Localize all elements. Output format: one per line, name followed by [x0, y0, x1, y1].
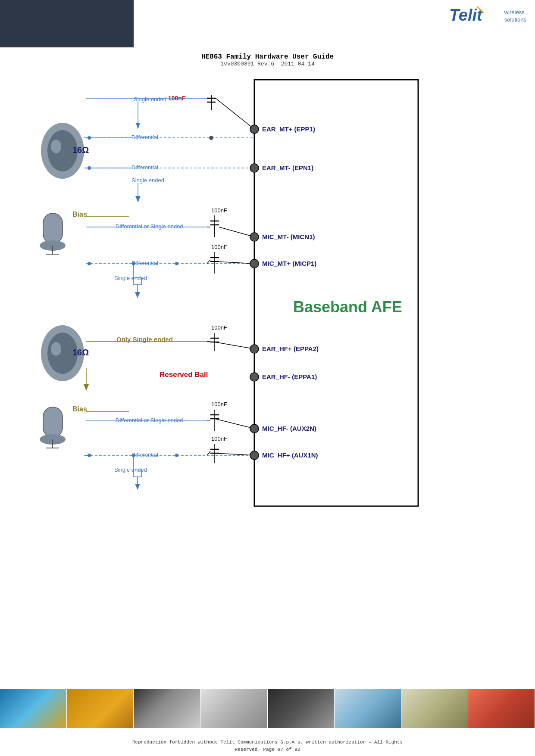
svg-marker-61 — [84, 384, 89, 391]
svg-point-59 — [250, 345, 259, 353]
header-logo-area: Telit wirelesssolutions — [134, 0, 535, 47]
header-dark-panel — [0, 0, 134, 47]
mic-hf-minus-label: MIC_HF- (AUX2N) — [262, 425, 316, 432]
footer-img-7 — [401, 689, 468, 728]
footer-img-3 — [134, 689, 200, 728]
single-ended-label-top: Single ended — [134, 96, 166, 103]
doc-title: HE863 Family Hardware User Guide — [0, 53, 535, 61]
svg-point-62 — [250, 373, 259, 381]
diff-mid-label: Differential — [131, 164, 158, 171]
diff-or-single-top: Differential or Single ended — [116, 223, 183, 230]
doc-subtitle: 1vv0300891 Rev.6- 2011-04-14 — [0, 61, 535, 67]
svg-point-14 — [250, 125, 259, 134]
cap-mic-mt-plus: 100nF — [211, 244, 227, 250]
single-ended-2: Single ended — [131, 177, 164, 184]
svg-line-13 — [216, 98, 254, 129]
ear-hf-minus-label: EAR_HF- (EPPA1) — [262, 373, 317, 380]
reserved-ball-label: Reserved Ball — [160, 370, 208, 379]
svg-point-52 — [51, 342, 61, 356]
svg-rect-2 — [254, 80, 418, 506]
title-section: HE863 Family Hardware User Guide 1vv0300… — [0, 50, 535, 69]
svg-rect-23 — [43, 213, 63, 243]
svg-point-83 — [250, 451, 259, 460]
svg-point-5 — [51, 140, 61, 153]
svg-marker-22 — [135, 196, 141, 202]
footer-img-1 — [0, 689, 67, 728]
logo-text: wirelesssolutions — [504, 9, 526, 24]
svg-line-82 — [207, 451, 210, 455]
svg-line-43 — [207, 260, 210, 264]
ohm-16-bot: 16Ω — [72, 348, 89, 357]
svg-point-44 — [250, 259, 259, 268]
svg-marker-86 — [135, 484, 140, 490]
footer-img-6 — [335, 689, 401, 728]
svg-line-72 — [215, 419, 254, 429]
footer-line2: Reserved. Page 67 of 92 — [0, 746, 535, 754]
svg-point-17 — [209, 136, 213, 140]
baseband-label: Baseband AFE — [293, 298, 402, 316]
cap-mic-hf-minus: 100nF — [211, 401, 227, 408]
svg-point-20 — [250, 164, 259, 172]
diff-bot-label: Differential — [131, 451, 158, 458]
mic-hf-plus-label: MIC_HF+ (AUX1N) — [262, 451, 318, 459]
logo: Telit wirelesssolutions — [449, 4, 526, 28]
footer-text: Reproduction forbidden without Telit Com… — [0, 739, 535, 754]
svg-point-35 — [250, 233, 259, 241]
single-ended-3: Single ended — [114, 275, 147, 281]
footer-img-5 — [268, 689, 335, 728]
footer-img-4 — [200, 689, 267, 728]
footer-img-8 — [468, 689, 535, 728]
ear-hf-plus-label: EAR_HF+ (EPPA2) — [262, 345, 319, 352]
svg-marker-47 — [135, 292, 140, 298]
cap-mic-hf-plus: 100nF — [211, 436, 227, 442]
svg-line-34 — [219, 227, 254, 237]
svg-point-38 — [175, 262, 178, 265]
diagram-area: Baseband AFE 16Ω Single ended 100nF EAR_… — [0, 67, 535, 541]
footer-img-2 — [67, 689, 134, 728]
diff-top-label: Differential — [131, 134, 158, 140]
mic-mt-minus-label: MIC_MT- (MICN1) — [262, 233, 315, 240]
svg-rect-63 — [43, 407, 63, 437]
single-ended-bot: Single ended — [114, 467, 147, 473]
diff-mic-label: Differential — [131, 260, 158, 266]
header: Telit wirelesssolutions — [0, 0, 535, 47]
ohm-16-top: 16Ω — [72, 145, 89, 155]
footer-image-strip — [0, 689, 535, 728]
svg-point-37 — [88, 262, 91, 265]
bias-bot: Bias — [72, 405, 87, 413]
telit-logo-svg: Telit — [449, 4, 501, 28]
svg-point-77 — [175, 454, 178, 457]
svg-text:Telit: Telit — [449, 6, 483, 24]
svg-line-57 — [215, 342, 254, 349]
ear-mt-plus-label: EAR_MT+ (EPP1) — [262, 125, 315, 133]
cap-ear-hf-plus: 100nF — [211, 324, 227, 331]
ear-mt-minus-label: EAR_MT- (EPN1) — [262, 164, 313, 171]
mic-mt-plus-label: MIC_MT+ (MICP1) — [262, 260, 316, 267]
footer-line1: Reproduction forbidden without Telit Com… — [0, 739, 535, 747]
logo-tagline: wirelesssolutions — [504, 9, 526, 24]
bias-top: Bias — [72, 211, 87, 218]
svg-point-74 — [250, 424, 259, 433]
diff-or-single-bot: Differential or Single ended — [116, 417, 183, 423]
circuit-diagram: Baseband AFE 16Ω Single ended 100nF EAR_… — [0, 67, 535, 541]
cap-mic-mt-minus: 100nF — [211, 207, 227, 214]
svg-marker-12 — [136, 123, 140, 129]
